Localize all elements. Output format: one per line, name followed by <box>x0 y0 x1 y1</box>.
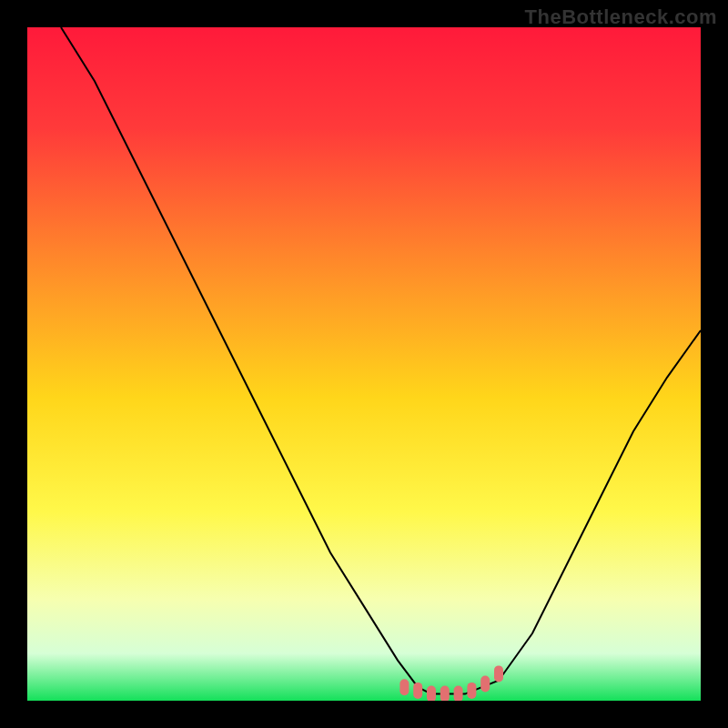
highlight-marker <box>494 665 503 682</box>
highlight-marker <box>413 682 422 699</box>
highlight-marker <box>440 686 450 701</box>
watermark-text: TheBottleneck.com <box>525 5 717 29</box>
highlight-marker <box>480 676 490 693</box>
highlight-marker <box>427 686 436 701</box>
gradient-background <box>27 27 701 701</box>
highlight-marker <box>454 686 463 701</box>
highlight-marker <box>399 679 409 695</box>
plot-svg <box>27 27 701 701</box>
highlight-marker <box>467 682 476 699</box>
chart-frame: TheBottleneck.com <box>0 0 728 728</box>
bottleneck-plot <box>27 27 701 701</box>
